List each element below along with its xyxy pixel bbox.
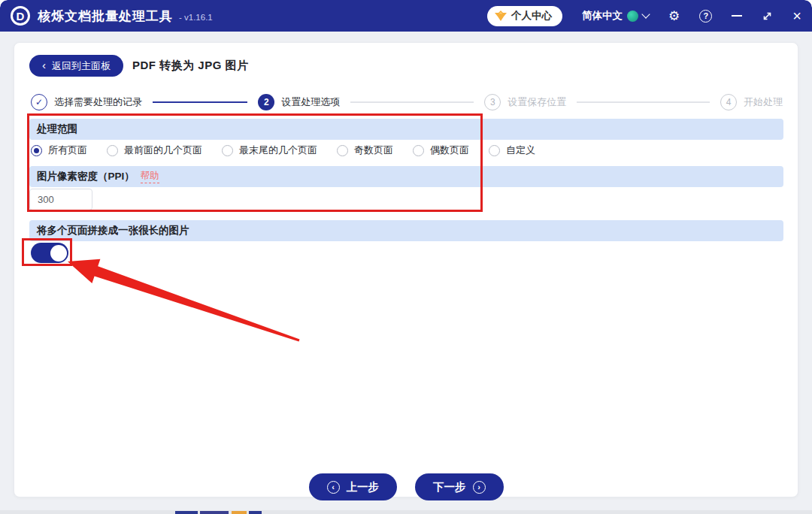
previous-step-button[interactable]: ‹ 上一步 xyxy=(309,473,398,500)
app-version: - v1.16.1 xyxy=(179,13,213,22)
step-1-check-icon: ✓ xyxy=(31,94,47,110)
radio-label: 奇数页面 xyxy=(354,144,393,157)
next-step-button[interactable]: 下一步 › xyxy=(415,473,504,500)
next-step-label: 下一步 xyxy=(433,480,466,494)
ppi-section-header: 图片像素密度（PPI） 帮助 xyxy=(29,166,783,187)
help-icon[interactable]: ? xyxy=(699,10,712,23)
step-4-number: 4 xyxy=(720,94,737,110)
radio-custom[interactable]: 自定义 xyxy=(489,144,535,157)
step-3-number: 3 xyxy=(484,94,501,110)
step-2-number: 2 xyxy=(258,94,274,110)
minimize-button[interactable] xyxy=(732,15,742,17)
globe-icon xyxy=(627,11,638,22)
range-section-header: 处理范围 xyxy=(29,119,783,140)
step-indicator: ✓ 选择需要处理的记录 2 设置处理选项 3 设置保存位置 4 开始处理 xyxy=(31,92,783,112)
stitch-section-header: 将多个页面拼接成一张很长的图片 xyxy=(29,220,783,241)
window-body: ‹ 返回到主面板 PDF 转换为 JPG 图片 ✓ 选择需要处理的记录 2 设置… xyxy=(0,32,812,514)
step-connector xyxy=(577,101,710,103)
radio-last-pages[interactable]: 最末尾的几个页面 xyxy=(222,144,317,157)
radio-label: 所有页面 xyxy=(48,144,87,157)
settings-gear-icon[interactable]: ⚙ xyxy=(668,10,680,23)
range-radio-group: 所有页面 最前面的几个页面 最末尾的几个页面 奇数页面 偶数页面 xyxy=(31,141,535,160)
taskbar-sliver xyxy=(0,510,812,514)
stitch-section-title: 将多个页面拼接成一张很长的图片 xyxy=(37,224,189,237)
vip-crown-icon xyxy=(495,11,507,21)
resize-diagonal-icon xyxy=(762,11,773,22)
step-2-label: 设置处理选项 xyxy=(281,95,340,109)
radio-label: 偶数页面 xyxy=(430,144,469,157)
app-window: D 核烁文档批量处理工具 - v1.16.1 个人中心 简体中文 ⚙ ? xyxy=(0,0,812,514)
radio-label: 最前面的几个页面 xyxy=(124,144,202,157)
back-to-dashboard-button[interactable]: ‹ 返回到主面板 xyxy=(29,55,123,77)
radio-odd-pages[interactable]: 奇数页面 xyxy=(337,144,393,157)
language-selector[interactable]: 简体中文 xyxy=(582,9,649,23)
personal-center-label: 个人中心 xyxy=(511,9,552,23)
taskbar-fragment xyxy=(175,511,198,514)
step-4-start-processing: 4 开始处理 xyxy=(720,94,783,110)
step-connector xyxy=(350,101,474,103)
range-section-title: 处理范围 xyxy=(37,122,77,136)
previous-step-label: 上一步 xyxy=(347,480,380,494)
radio-icon xyxy=(222,145,233,156)
app-title: 核烁文档批量处理工具 xyxy=(38,8,173,25)
step-2-set-options: 2 设置处理选项 xyxy=(258,94,340,110)
taskbar-fragment xyxy=(200,511,229,514)
radio-icon xyxy=(489,145,500,156)
app-logo-icon: D xyxy=(11,6,30,26)
radio-icon xyxy=(337,145,348,156)
personal-center-button[interactable]: 个人中心 xyxy=(487,6,562,26)
taskbar-fragment xyxy=(249,511,262,514)
radio-icon xyxy=(31,145,42,156)
step-4-label: 开始处理 xyxy=(744,95,783,109)
back-chevron-icon: ‹ xyxy=(42,59,46,71)
ppi-input[interactable] xyxy=(29,189,92,210)
step-3-label: 设置保存位置 xyxy=(508,95,566,109)
next-chevron-icon: › xyxy=(473,481,486,494)
taskbar-fragment xyxy=(232,511,247,514)
titlebar: D 核烁文档批量处理工具 - v1.16.1 个人中心 简体中文 ⚙ ? xyxy=(0,0,812,32)
step-1-label: 选择需要处理的记录 xyxy=(54,95,142,109)
radio-even-pages[interactable]: 偶数页面 xyxy=(413,144,469,157)
radio-label: 最末尾的几个页面 xyxy=(239,144,317,157)
ppi-section-title: 图片像素密度（PPI） xyxy=(37,170,135,183)
ppi-help-link[interactable]: 帮助 xyxy=(141,170,159,183)
close-button[interactable]: × xyxy=(792,8,801,23)
wizard-footer: ‹ 上一步 下一步 › xyxy=(14,473,798,500)
radio-all-pages[interactable]: 所有页面 xyxy=(31,144,87,157)
radio-icon xyxy=(413,145,424,156)
toggle-knob xyxy=(50,245,67,262)
step-3-save-location: 3 设置保存位置 xyxy=(484,94,566,110)
radio-label: 自定义 xyxy=(506,144,535,157)
minimize-icon xyxy=(732,15,742,17)
maximize-button[interactable] xyxy=(762,11,773,22)
step-connector xyxy=(153,101,247,103)
step-1-select-records: ✓ 选择需要处理的记录 xyxy=(31,94,142,110)
radio-first-pages[interactable]: 最前面的几个页面 xyxy=(107,144,202,157)
radio-icon xyxy=(107,145,118,156)
stitch-toggle-switch[interactable] xyxy=(31,243,68,263)
page-title: PDF 转换为 JPG 图片 xyxy=(132,59,249,73)
language-label: 简体中文 xyxy=(582,9,623,23)
back-button-label: 返回到主面板 xyxy=(52,59,111,73)
main-panel: ‹ 返回到主面板 PDF 转换为 JPG 图片 ✓ 选择需要处理的记录 2 设置… xyxy=(14,42,798,497)
chevron-down-icon xyxy=(641,10,650,18)
prev-chevron-icon: ‹ xyxy=(327,481,340,494)
